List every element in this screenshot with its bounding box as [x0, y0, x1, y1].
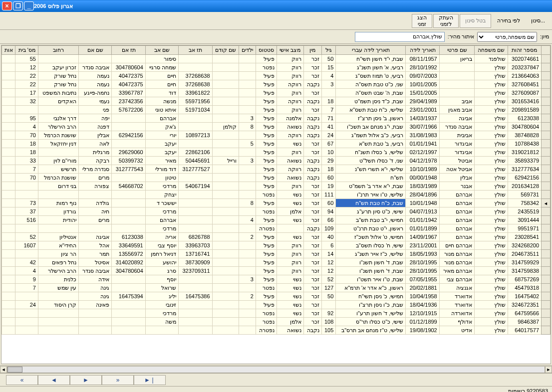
cell[interactable]: 111 — [321, 191, 336, 199]
row-indicator[interactable] — [542, 165, 551, 174]
cell[interactable]: 10897213 — [179, 131, 212, 140]
cell[interactable]: פעיל — [256, 123, 276, 131]
cell[interactable]: רווק — [277, 72, 304, 80]
row-indicator[interactable] — [542, 63, 551, 72]
cell[interactable] — [2, 292, 15, 301]
cell[interactable]: 304780604 — [112, 63, 145, 72]
cell[interactable]: נשואה — [277, 326, 304, 335]
row-indicator[interactable] — [542, 207, 551, 216]
cell[interactable] — [439, 63, 475, 72]
cell[interactable] — [2, 157, 15, 165]
row-indicator[interactable] — [542, 140, 551, 148]
cell[interactable] — [212, 318, 239, 326]
table-row[interactable]: 64759566שולץאדוארדה12/10/1915שלישי, ד' ח… — [2, 309, 551, 318]
cell[interactable]: 50445691 — [179, 157, 212, 165]
cell[interactable]: פעיל — [256, 241, 276, 250]
cell[interactable]: 12 — [321, 267, 336, 275]
cell[interactable]: שבת, כ"ו ניסן תרצ"ו — [336, 301, 406, 309]
cell[interactable] — [15, 309, 38, 318]
cell[interactable]: מרגלית — [78, 148, 111, 157]
cell[interactable]: 312777527 — [179, 165, 212, 174]
cell[interactable]: 12/10/1915 — [406, 309, 439, 318]
cell[interactable]: 45479318 — [508, 284, 541, 292]
cell[interactable]: 33 — [15, 157, 38, 165]
row-indicator[interactable] — [542, 326, 551, 335]
cell[interactable]: 24 — [321, 131, 336, 140]
cell[interactable] — [179, 199, 212, 207]
cell[interactable]: 50 — [321, 55, 336, 63]
row-indicator[interactable] — [542, 258, 551, 267]
cell[interactable]: נקבה — [303, 114, 321, 123]
cell[interactable]: חמישי, י"ב טבת תש"ב — [336, 216, 406, 224]
cell[interactable] — [212, 191, 239, 199]
cell[interactable]: אדוארד — [439, 301, 475, 309]
cell[interactable] — [15, 224, 38, 233]
cell[interactable] — [212, 131, 239, 140]
pager-next[interactable]: ► — [70, 375, 102, 385]
cell[interactable]: נקבה — [303, 97, 321, 106]
cell[interactable]: אברהם מאיר — [439, 267, 475, 275]
cell[interactable]: שישי, כ"ט סיון תרע"ג — [336, 207, 406, 216]
column-header[interactable]: שם פרטי — [439, 46, 475, 55]
cell[interactable]: 213664063 — [508, 72, 541, 80]
cell[interactable]: שולץ — [475, 106, 508, 114]
cell[interactable] — [38, 224, 78, 233]
cell[interactable]: 18/04/1936 — [406, 301, 439, 309]
cell[interactable]: זכר — [303, 284, 321, 292]
cell[interactable] — [179, 63, 212, 72]
row-indicator[interactable] — [542, 216, 551, 224]
cell[interactable]: שולץ — [475, 131, 508, 140]
cell[interactable]: שולץ — [475, 89, 508, 97]
cell[interactable]: 04/07/1913 — [406, 207, 439, 216]
cell[interactable]: פאינה — [78, 301, 111, 309]
cell[interactable]: 67 — [321, 140, 336, 148]
cell[interactable]: שבת, ה' שבט תשס"ה — [336, 89, 406, 97]
cell[interactable]: יששכר ד — [145, 199, 178, 207]
cell[interactable]: נפטר — [256, 309, 276, 318]
cell[interactable] — [2, 267, 15, 275]
cell[interactable]: שולץ — [475, 224, 508, 233]
cell[interactable]: רווק — [277, 258, 304, 267]
quick-locate-input[interactable] — [355, 32, 445, 42]
cell[interactable]: אבלין — [439, 174, 475, 182]
cell[interactable]: 10/10/1989 — [406, 165, 439, 174]
cell[interactable]: 40 — [321, 233, 336, 241]
cell[interactable] — [2, 241, 15, 250]
cell[interactable]: אלמן — [277, 207, 304, 216]
cell[interactable] — [38, 148, 78, 157]
cell[interactable]: נשוי — [277, 301, 304, 309]
cell[interactable]: נקבה — [303, 131, 321, 140]
cell[interactable]: פעיל — [256, 148, 276, 157]
cell[interactable] — [2, 140, 15, 148]
cancel-filter-button[interactable]: בטל סינון — [460, 14, 491, 28]
cell[interactable] — [277, 224, 304, 233]
table-row[interactable]: 203237847שולץ28/10/1992רביעי, א' חשון תש… — [2, 63, 551, 72]
cell[interactable]: 6826788 — [179, 233, 212, 241]
cell[interactable]: 01/01/1899 — [406, 224, 439, 233]
close-button[interactable]: × — [2, 1, 12, 10]
cell[interactable]: אגנציה — [439, 284, 475, 292]
cell[interactable]: אביבית — [439, 131, 475, 140]
cell[interactable]: נקבה — [303, 123, 321, 131]
maximize-button[interactable]: ❐ — [13, 1, 23, 10]
cell[interactable]: 23742356 — [112, 97, 145, 106]
cell[interactable] — [2, 250, 15, 258]
scroll-thumb[interactable] — [7, 367, 22, 373]
table-row[interactable]: 38748828שולץאביבית31/08/1983רביעי, כ"ב א… — [2, 131, 551, 140]
cell[interactable]: מאיר — [145, 157, 178, 165]
cell[interactable] — [239, 326, 256, 335]
column-header[interactable]: תאריך לידה — [406, 46, 439, 55]
cell[interactable]: 68757269 — [508, 275, 541, 284]
cell[interactable]: 22 — [15, 72, 38, 80]
cell[interactable] — [239, 174, 256, 182]
cell[interactable]: שלישי, י"א תשרי תש"נ — [336, 165, 406, 174]
cell[interactable]: שולץ — [475, 157, 508, 165]
cell[interactable]: 6123038 — [112, 233, 145, 241]
cell[interactable]: לאה — [78, 140, 111, 148]
cell[interactable] — [145, 326, 178, 335]
cell[interactable]: שבת, י"ד חשון תשי"ח — [336, 55, 406, 63]
cell[interactable]: 3 — [239, 275, 256, 284]
cell[interactable] — [212, 309, 239, 318]
cell[interactable]: רביעי, א' חשון תשנ"ג — [336, 63, 406, 72]
cell[interactable] — [239, 55, 256, 63]
